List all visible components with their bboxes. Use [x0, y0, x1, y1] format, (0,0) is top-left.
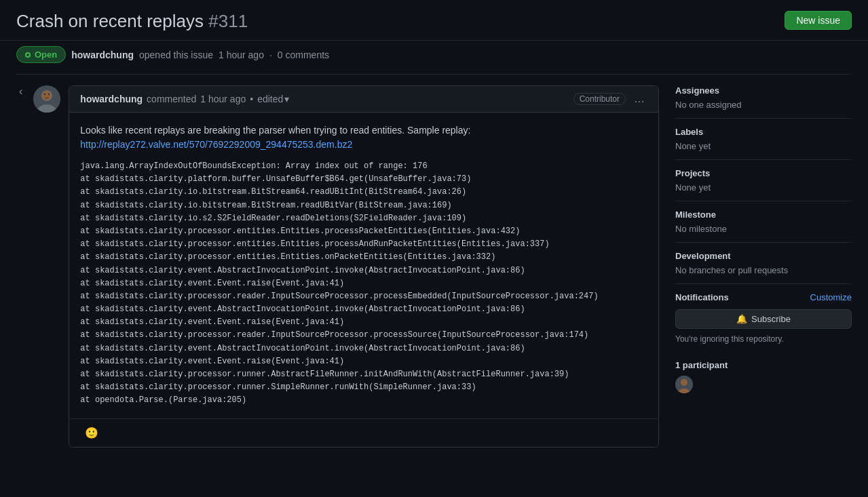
labels-section: Labels None yet [675, 119, 852, 160]
issue-author[interactable]: howardchung [71, 49, 134, 60]
projects-section: Projects None yet [675, 160, 852, 201]
milestone-section: Milestone No milestone [675, 201, 852, 243]
edited-dropdown[interactable]: edited ▾ [257, 94, 289, 104]
projects-value: None yet [675, 182, 852, 193]
more-options-button[interactable]: … [631, 92, 647, 106]
milestone-value: No milestone [675, 224, 852, 234]
svg-point-4 [44, 94, 45, 95]
issue-title-text: Crash on recent replays [16, 11, 204, 31]
comment-intro-text: Looks like recent replays are breaking t… [80, 125, 470, 136]
emoji-button[interactable]: 🙂 [80, 424, 103, 441]
subscribe-label: Subscribe [751, 314, 791, 324]
comment-time: 1 hour ago [200, 94, 246, 104]
participants-section: 1 participant [675, 352, 852, 403]
customize-link[interactable]: Customize [810, 292, 852, 302]
comment-author[interactable]: howardchung [80, 94, 143, 104]
participants-label: 1 participant [675, 360, 852, 370]
issue-meta: Open howardchung opened this issue 1 hou… [0, 41, 868, 74]
edited-label: edited [257, 94, 283, 104]
assignees-label: Assignees [675, 85, 852, 96]
comment-thread: ‹ howardchung commented 1 hour ago • [16, 85, 659, 448]
ignoring-text: You're ignoring this repository. [675, 334, 852, 344]
svg-point-7 [681, 379, 687, 386]
comment-count: 0 comments [278, 49, 329, 60]
comment-box: howardchung commented 1 hour ago • edite… [69, 85, 659, 448]
projects-label: Projects [675, 168, 852, 178]
development-label: Development [675, 251, 852, 261]
notifications-label: Notifications [675, 292, 729, 302]
svg-point-3 [42, 91, 52, 100]
development-value: No branches or pull requests [675, 265, 852, 275]
comment-header: howardchung commented 1 hour ago • edite… [69, 86, 658, 113]
participant-avatar [675, 376, 693, 393]
assignees-section: Assignees No one assigned [675, 85, 852, 119]
issue-time: 1 hour ago [219, 49, 264, 60]
notifications-section: Notifications Customize 🔔 Subscribe You'… [675, 284, 852, 352]
comment-footer: 🙂 [69, 418, 658, 447]
page-title: Crash on recent replays #311 [16, 11, 248, 32]
comment-body: Looks like recent replays are breaking t… [69, 113, 658, 418]
open-dot-icon [25, 52, 31, 58]
stack-trace: java.lang.ArrayIndexOutOfBoundsException… [80, 160, 647, 407]
sidebar: Assignees No one assigned Labels None ye… [675, 85, 852, 448]
development-section: Development No branches or pull requests [675, 243, 852, 284]
new-issue-button[interactable]: New issue [785, 11, 852, 30]
bell-icon: 🔔 [736, 314, 747, 324]
open-badge: Open [16, 46, 66, 63]
separator: · [269, 49, 272, 60]
assignees-value: No one assigned [675, 100, 852, 110]
prev-arrow-icon[interactable]: ‹ [16, 85, 25, 448]
labels-value: None yet [675, 141, 852, 151]
replay-link[interactable]: http://replay272.valve.net/570/769229200… [80, 139, 352, 150]
chevron-down-icon: ▾ [284, 94, 289, 104]
contributor-badge: Contributor [573, 93, 626, 105]
labels-label: Labels [675, 127, 852, 137]
issue-action: opened this issue [139, 49, 213, 60]
avatar [33, 85, 60, 113]
svg-point-5 [48, 94, 50, 95]
status-text: Open [35, 49, 57, 60]
issue-number: #311 [208, 11, 248, 31]
milestone-label: Milestone [675, 210, 852, 220]
subscribe-button[interactable]: 🔔 Subscribe [675, 309, 852, 329]
comment-action: commented [147, 94, 196, 104]
